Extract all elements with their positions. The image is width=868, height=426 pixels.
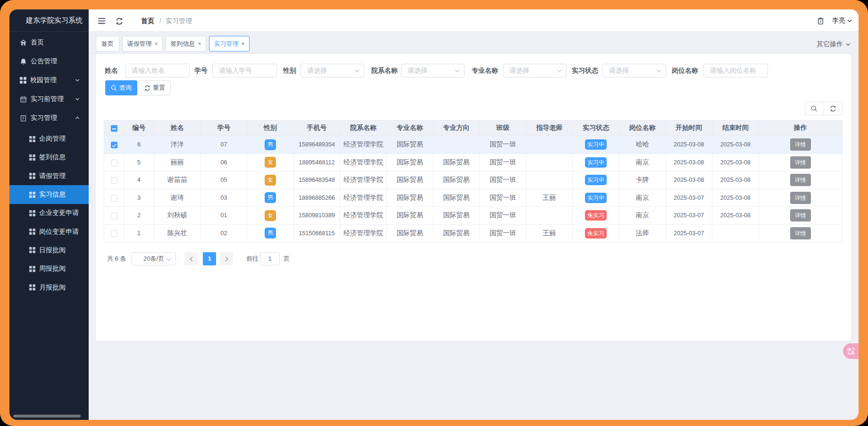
svg-text:A: A	[851, 350, 855, 355]
